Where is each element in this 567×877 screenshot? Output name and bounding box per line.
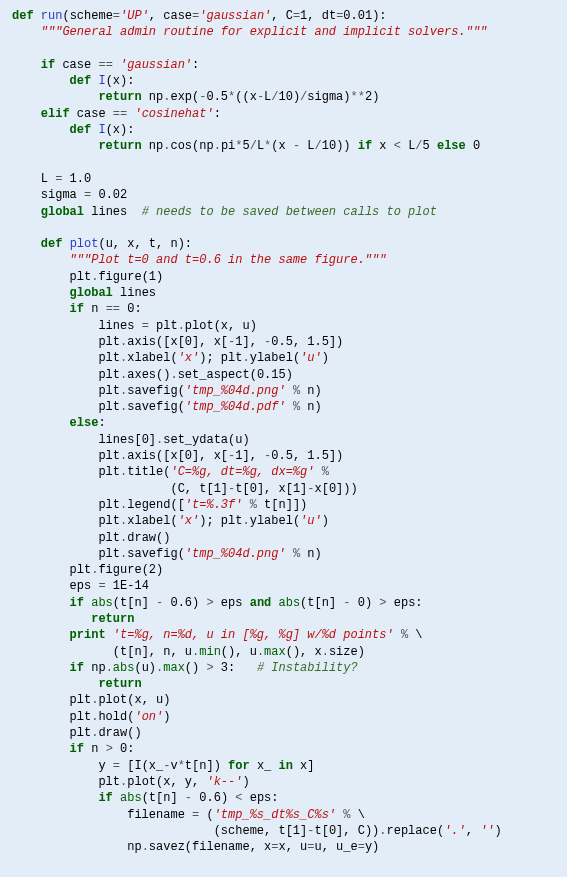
fn-run: run: [41, 9, 63, 23]
fn-plot: plot: [70, 237, 99, 251]
python-code-block: def run(scheme='UP', case='gaussian', C=…: [0, 0, 567, 865]
docstring: """Plot t=0 and t=0.6 in the same figure…: [70, 253, 387, 267]
comment: # Instability?: [257, 661, 358, 675]
comment: # needs to be saved between calls to plo…: [142, 205, 437, 219]
kw-def: def: [12, 9, 34, 23]
docstring: """General admin routine for explicit an…: [41, 25, 487, 39]
